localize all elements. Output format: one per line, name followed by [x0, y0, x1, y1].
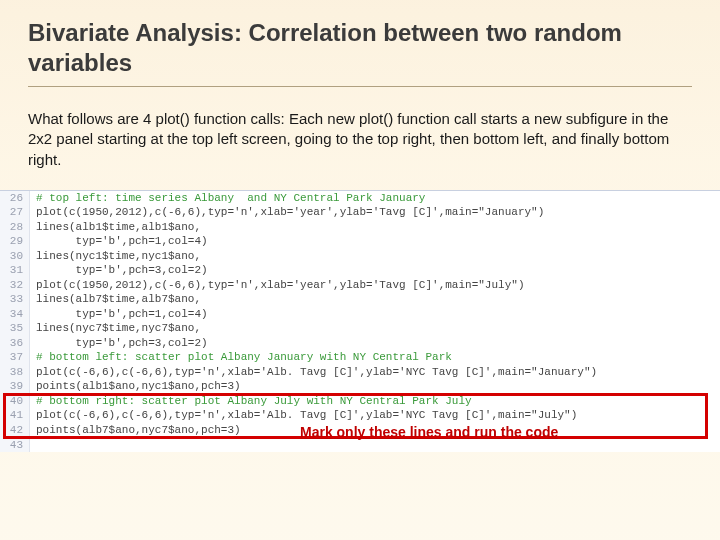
line-number: 35 [0, 321, 30, 336]
code-text: plot(c(1950,2012),c(-6,6),typ='n',xlab='… [30, 205, 544, 220]
code-text: plot(c(1950,2012),c(-6,6),typ='n',xlab='… [30, 278, 524, 293]
code-line: 41plot(c(-6,6),c(-6,6),typ='n',xlab='Alb… [0, 408, 720, 423]
code-line: 38plot(c(-6,6),c(-6,6),typ='n',xlab='Alb… [0, 365, 720, 380]
code-line: 35lines(nyc7$time,nyc7$ano, [0, 321, 720, 336]
code-text: # top left: time series Albany and NY Ce… [30, 191, 425, 206]
line-number: 39 [0, 379, 30, 394]
code-line: 28lines(alb1$time,alb1$ano, [0, 220, 720, 235]
code-line: 30lines(nyc1$time,nyc1$ano, [0, 249, 720, 264]
line-number: 28 [0, 220, 30, 235]
code-text: points(alb7$ano,nyc7$ano,pch=3) [30, 423, 241, 438]
code-line: 26# top left: time series Albany and NY … [0, 191, 720, 206]
code-text: # bottom left: scatter plot Albany Janua… [30, 350, 452, 365]
code-line: 39points(alb1$ano,nyc1$ano,pch=3) [0, 379, 720, 394]
line-number: 30 [0, 249, 30, 264]
code-text: lines(alb7$time,alb7$ano, [30, 292, 201, 307]
code-text: plot(c(-6,6),c(-6,6),typ='n',xlab='Alb. … [30, 365, 597, 380]
code-line: 33lines(alb7$time,alb7$ano, [0, 292, 720, 307]
code-block: 26# top left: time series Albany and NY … [0, 190, 720, 452]
line-number: 31 [0, 263, 30, 278]
line-number: 38 [0, 365, 30, 380]
code-text: points(alb1$ano,nyc1$ano,pch=3) [30, 379, 241, 394]
code-line: 27plot(c(1950,2012),c(-6,6),typ='n',xlab… [0, 205, 720, 220]
code-text: typ='b',pch=1,col=4) [30, 234, 208, 249]
code-line: 32plot(c(1950,2012),c(-6,6),typ='n',xlab… [0, 278, 720, 293]
code-line: 36 typ='b',pch=3,col=2) [0, 336, 720, 351]
code-text: lines(alb1$time,alb1$ano, [30, 220, 201, 235]
code-line: 40# bottom right: scatter plot Albany Ju… [0, 394, 720, 409]
code-text: typ='b',pch=3,col=2) [30, 336, 208, 351]
code-line: 37# bottom left: scatter plot Albany Jan… [0, 350, 720, 365]
line-number: 43 [0, 438, 30, 453]
line-number: 37 [0, 350, 30, 365]
code-text: # bottom right: scatter plot Albany July… [30, 394, 472, 409]
annotation-text: Mark only these lines and run the code [300, 423, 558, 441]
line-number: 42 [0, 423, 30, 438]
code-line: 29 typ='b',pch=1,col=4) [0, 234, 720, 249]
line-number: 40 [0, 394, 30, 409]
line-number: 32 [0, 278, 30, 293]
code-text: typ='b',pch=1,col=4) [30, 307, 208, 322]
code-text: typ='b',pch=3,col=2) [30, 263, 208, 278]
line-number: 26 [0, 191, 30, 206]
line-number: 36 [0, 336, 30, 351]
slide-body-text: What follows are 4 plot() function calls… [28, 109, 692, 170]
line-number: 29 [0, 234, 30, 249]
code-line: 34 typ='b',pch=1,col=4) [0, 307, 720, 322]
line-number: 34 [0, 307, 30, 322]
line-number: 33 [0, 292, 30, 307]
line-number: 27 [0, 205, 30, 220]
code-text [30, 438, 36, 453]
line-number: 41 [0, 408, 30, 423]
code-text: lines(nyc1$time,nyc1$ano, [30, 249, 201, 264]
code-text: plot(c(-6,6),c(-6,6),typ='n',xlab='Alb. … [30, 408, 577, 423]
slide-title: Bivariate Analysis: Correlation between … [28, 18, 692, 87]
code-line: 31 typ='b',pch=3,col=2) [0, 263, 720, 278]
code-text: lines(nyc7$time,nyc7$ano, [30, 321, 201, 336]
slide-container: Bivariate Analysis: Correlation between … [0, 0, 720, 452]
